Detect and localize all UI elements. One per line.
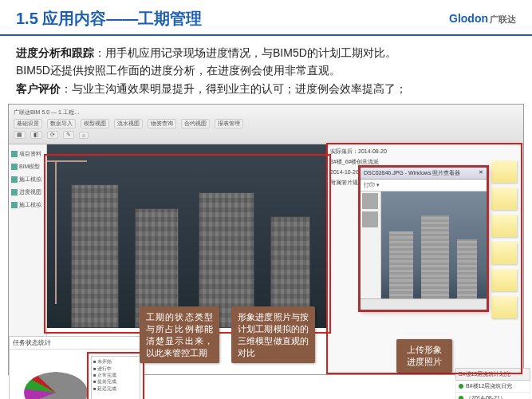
pie-chart [24, 372, 88, 399]
sticky-note[interactable] [491, 188, 517, 210]
photo-window-statusbar [361, 298, 487, 310]
sidebar-item[interactable]: 施工模拟 [9, 173, 46, 186]
menu-item-4[interactable]: 流水视图 [114, 119, 143, 128]
task-item[interactable]: B#楼12层浇筑日完 [455, 381, 530, 393]
brand-logo: Glodon广联达 [449, 12, 516, 26]
sticky-note[interactable] [491, 269, 517, 291]
callout-pie-explain: 工期的状态类型与所占比例都能清楚显示出来，以此来管控工期 [140, 306, 219, 363]
photo-window-body [361, 192, 487, 303]
menu-item-2[interactable]: 数据导入 [47, 119, 76, 128]
pie-chart-title: 任务状态统计 [10, 337, 144, 350]
legend-item: ■ 延迟完成 [93, 385, 138, 392]
legend-item: ■ 正常完成 [93, 372, 138, 378]
sidebar-item[interactable]: 进度视图 [9, 186, 46, 199]
desc-line3-rest: ：与业主沟通效果明显提升，得到业主的认可；进度例会效率提高了； [61, 82, 407, 95]
thumbnail-strip [361, 192, 381, 303]
pie-legend: ■ 未开始 ■ 进行中 ■ 正常完成 ■ 提前完成 ■ 延迟完成 [91, 356, 140, 399]
toolbar-icon[interactable]: ▦ [14, 131, 26, 139]
photo-window-titlebar[interactable]: DSC02846.JPG - Windows 照片查看器 ✕ [361, 168, 487, 180]
desc-line1-rest: ：用手机应用记录现场进度情况，与BIM5D的计划工期对比。 [94, 46, 396, 59]
info-date: 实际落后：2014-08-20 [330, 148, 520, 155]
task-list: B#楼15层浇筑计划完 B#楼12层浇筑日完 （2014-08-21） 5#楼1… [455, 368, 530, 399]
task-item[interactable]: （2014-08-21） [455, 393, 530, 399]
photo-main[interactable] [381, 192, 487, 303]
thumbnail[interactable] [362, 193, 378, 209]
logo-cn: 广联达 [490, 14, 516, 24]
app-window-title: 广联达BIM 5.0 — 1.工程… [14, 109, 80, 117]
toolbar-icon[interactable]: ◧ [30, 131, 42, 139]
toolbar-row-title: 广联达BIM 5.0 — 1.工程… [14, 107, 518, 118]
progress-icon [11, 189, 18, 196]
model-icon [11, 164, 18, 170]
legend-item: ■ 未开始 [93, 358, 138, 365]
legend-item: ■ 提前完成 [93, 378, 138, 385]
callout-compare-explain: 形象进度照片与按计划工期模拟的的三维模型做直观的对比 [231, 306, 315, 363]
menu-item-5[interactable]: 物资查询 [148, 119, 176, 128]
photo-building [389, 231, 413, 303]
sidebar-item[interactable]: 施工模拟 [9, 199, 46, 211]
status-dot-icon [459, 396, 463, 399]
status-dot-icon [459, 384, 463, 389]
toolbar-icon[interactable]: ⟳ [47, 131, 58, 139]
slide-title: 1.5 应用内容——工期管理 [16, 8, 202, 30]
close-icon[interactable]: ✕ [479, 169, 483, 177]
menu-item-7[interactable]: 报表管理 [215, 119, 243, 128]
print-menu[interactable]: 打印 ▾ [364, 182, 380, 188]
sidebar-item[interactable]: 项目资料 [9, 148, 46, 160]
folder-icon [11, 151, 18, 157]
app-toolbar: 广联达BIM 5.0 — 1.工程… 基础设置 数据导入 模型视图 流水视图 物… [9, 105, 523, 144]
menu-item-1[interactable]: 基础设置 [14, 119, 42, 128]
sim-icon [11, 176, 18, 183]
toolbar-icon[interactable]: ✎ [63, 131, 74, 139]
sticky-note[interactable] [491, 296, 517, 318]
logo-en: Glodon [449, 12, 488, 25]
task-list-title: B#楼15层浇筑计划完 [455, 368, 530, 381]
crane-shape [55, 160, 57, 304]
3d-viewport[interactable] [47, 144, 326, 328]
photo-building [421, 215, 449, 303]
legend-item: ■ 进行中 [93, 365, 138, 372]
pie-chart-panel: 任务状态统计 ■ 未开始 ■ 进行中 ■ 正常完成 ■ 提前完成 ■ 延迟完成 [9, 336, 144, 399]
desc-line-2: BIM5D还提供按照工作面的进度分析，在进度例会使用非常直观。 [16, 61, 516, 79]
callout-upload-photo: 上传形象进度照片 [396, 339, 452, 373]
menu-item-6[interactable]: 合约视图 [181, 119, 210, 128]
desc-line-3: 客户评价：与业主沟通效果明显提升，得到业主的认可；进度例会效率提高了； [16, 80, 516, 97]
sim2-icon [11, 202, 18, 208]
menu-item-3[interactable]: 模型视图 [81, 119, 109, 128]
desc-line-1: 进度分析和跟踪：用手机应用记录现场进度情况，与BIM5D的计划工期对比。 [16, 44, 516, 61]
toolbar-row-menu: 基础设置 数据导入 模型视图 流水视图 物资查询 合约视图 报表管理 [14, 118, 518, 129]
building-model [71, 184, 119, 328]
sticky-note[interactable] [491, 242, 517, 264]
sticky-note[interactable] [491, 215, 517, 237]
photo-viewer-window[interactable]: DSC02846.JPG - Windows 照片查看器 ✕ 打印 ▾ [360, 167, 487, 310]
sticky-notes-column [491, 160, 520, 371]
desc-line1-bold: 进度分析和跟踪 [16, 46, 94, 59]
photo-window-toolbar: 打印 ▾ [361, 180, 487, 192]
toolbar-icon[interactable]: ⌂ [79, 132, 89, 139]
desc-line3-bold: 客户评价 [16, 82, 61, 95]
sticky-note[interactable] [491, 160, 517, 183]
photo-window-title: DSC02846.JPG - Windows 照片查看器 [364, 169, 460, 177]
photo-building [457, 239, 477, 303]
slide-description: 进度分析和跟踪：用手机应用记录现场进度情况，与BIM5D的计划工期对比。 BIM… [0, 36, 532, 104]
slide-header: 1.5 应用内容——工期管理 Glodon广联达 [0, 0, 532, 36]
sidebar-item[interactable]: BIM模型 [9, 160, 46, 173]
thumbnail[interactable] [362, 211, 378, 227]
toolbar-row-icons: ▦ ◧ ⟳ ✎ ⌂ [14, 129, 518, 140]
